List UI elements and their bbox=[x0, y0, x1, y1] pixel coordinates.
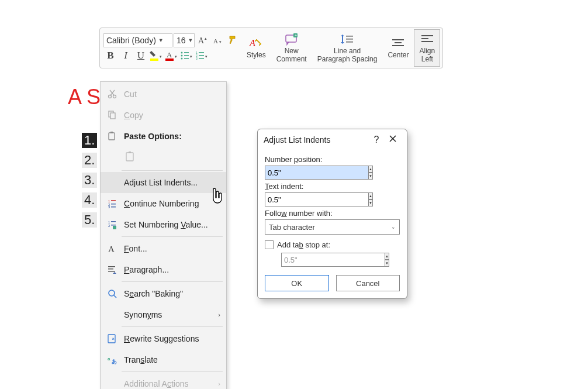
ctx-search[interactable]: Search "Baking" bbox=[101, 283, 226, 304]
ctx-synonyms[interactable]: Synonyms › bbox=[101, 304, 226, 325]
ctx-cut[interactable]: Cut bbox=[101, 84, 226, 105]
numbering-icon[interactable]: 123▾ bbox=[195, 49, 209, 63]
svg-rect-34 bbox=[421, 38, 428, 39]
dialog-help-button[interactable]: ? bbox=[368, 135, 385, 145]
decrease-font-icon[interactable]: A▾ bbox=[211, 33, 225, 47]
rewrite-icon bbox=[104, 332, 120, 346]
ctx-additional-actions[interactable]: Additional Actions › bbox=[101, 373, 226, 389]
list-number[interactable]: 1. bbox=[82, 133, 97, 148]
ctx-rewrite[interactable]: Rewrite Suggestions bbox=[101, 328, 226, 349]
align-left-button[interactable]: Align Left bbox=[414, 29, 440, 67]
align-center-icon bbox=[390, 37, 406, 50]
ok-label: OK bbox=[291, 279, 302, 288]
ctx-set-numbering[interactable]: 12 Set Numbering Value... bbox=[101, 214, 226, 235]
svg-text:あ: あ bbox=[112, 359, 117, 364]
svg-rect-14 bbox=[184, 58, 189, 59]
chevron-down-icon: ⌄ bbox=[391, 224, 396, 230]
svg-text:▾: ▾ bbox=[219, 40, 222, 44]
ctx-search-label: Search "Baking" bbox=[124, 289, 183, 298]
text-indent-spinner[interactable]: ▲ ▼ bbox=[265, 192, 336, 206]
ctx-font[interactable]: A Font... bbox=[101, 238, 226, 259]
ctx-additional-label: Additional Actions bbox=[124, 379, 189, 388]
svg-rect-57 bbox=[108, 268, 113, 270]
svg-rect-7 bbox=[165, 58, 174, 61]
ctx-continue-numbering[interactable]: 123 Continue Numbering bbox=[101, 193, 226, 214]
svg-rect-19 bbox=[199, 55, 204, 56]
new-comment-button[interactable]: + New Comment bbox=[271, 29, 312, 67]
svg-rect-54 bbox=[113, 226, 116, 229]
underline-icon[interactable]: U bbox=[134, 49, 148, 63]
ctx-translate[interactable]: aあ Translate bbox=[101, 349, 226, 370]
cancel-button[interactable]: Cancel bbox=[336, 275, 400, 291]
svg-rect-47 bbox=[111, 204, 116, 205]
styles-label: Styles bbox=[247, 51, 266, 59]
align-left-label1: Align bbox=[419, 47, 435, 55]
svg-rect-33 bbox=[421, 35, 433, 36]
close-icon bbox=[389, 135, 397, 143]
blank-icon bbox=[104, 308, 120, 322]
list-number[interactable]: 4. bbox=[82, 192, 97, 208]
blank-icon bbox=[104, 175, 120, 190]
follow-number-label: Follow number with: bbox=[265, 209, 400, 218]
dialog-titlebar: Adjust List Indents ? bbox=[258, 129, 407, 150]
font-name-select[interactable]: Calibri (Body) ▼ bbox=[103, 33, 172, 47]
svg-point-9 bbox=[181, 52, 183, 54]
mini-toolbar: Calibri (Body) ▼ 16 ▼ A▴ A▾ B I U ▾ bbox=[99, 27, 443, 68]
bullets-icon[interactable]: ▾ bbox=[179, 49, 193, 63]
styles-icon: A bbox=[248, 37, 264, 50]
list-number[interactable]: 5. bbox=[82, 212, 97, 228]
italic-icon[interactable]: I bbox=[119, 49, 133, 63]
spin-up-icon[interactable]: ▲ bbox=[369, 192, 373, 199]
format-painter-icon[interactable] bbox=[226, 33, 240, 47]
spin-down-icon: ▼ bbox=[385, 260, 389, 267]
add-tab-stop-checkbox[interactable]: Add tab stop at: bbox=[265, 240, 400, 249]
svg-rect-40 bbox=[109, 133, 115, 140]
ok-button[interactable]: OK bbox=[265, 275, 329, 291]
ctx-paragraph[interactable]: Paragraph... bbox=[101, 259, 226, 280]
spin-down-icon[interactable]: ▼ bbox=[369, 173, 373, 180]
context-menu: Cut Copy Paste Options: Adjust List Inde… bbox=[100, 81, 227, 389]
text-indent-input[interactable] bbox=[265, 192, 369, 206]
svg-rect-28 bbox=[346, 39, 353, 40]
align-left-icon bbox=[420, 33, 435, 46]
cancel-label: Cancel bbox=[356, 279, 379, 288]
dialog-close-button[interactable] bbox=[385, 135, 401, 145]
adjust-list-indents-dialog: Adjust List Indents ? Number position: ▲… bbox=[257, 129, 407, 299]
spin-up-icon[interactable]: ▲ bbox=[369, 166, 373, 173]
ctx-adjust-indents[interactable]: Adjust List Indents... bbox=[101, 172, 226, 193]
follow-number-select[interactable]: Tab character ⌄ bbox=[265, 219, 400, 235]
svg-point-59 bbox=[109, 290, 115, 296]
font-size-select[interactable]: 16 ▼ bbox=[174, 33, 195, 47]
list-number[interactable]: 2. bbox=[82, 153, 97, 168]
ctx-paragraph-label: Paragraph... bbox=[124, 265, 169, 274]
number-position-spinner[interactable]: ▲ ▼ bbox=[265, 166, 336, 180]
line-spacing-button[interactable]: Line and Paragraph Spacing bbox=[312, 29, 383, 67]
paste-icon bbox=[104, 129, 120, 143]
svg-point-36 bbox=[109, 95, 112, 98]
center-button[interactable]: Center bbox=[382, 29, 414, 67]
list-number[interactable]: 3. bbox=[82, 173, 97, 188]
svg-text:+: + bbox=[295, 33, 297, 37]
svg-rect-31 bbox=[395, 42, 402, 43]
ctx-copy[interactable]: Copy bbox=[101, 105, 226, 126]
center-label: Center bbox=[388, 51, 409, 59]
text-indent-label: Text indent: bbox=[265, 182, 400, 191]
svg-point-13 bbox=[181, 58, 183, 60]
increase-font-icon[interactable]: A▴ bbox=[196, 33, 210, 47]
chevron-right-icon: › bbox=[218, 311, 220, 318]
line-spacing-label2: Paragraph Spacing bbox=[317, 55, 378, 63]
font-color-icon[interactable]: A▾ bbox=[164, 49, 178, 63]
svg-rect-51 bbox=[111, 221, 116, 222]
svg-rect-42 bbox=[126, 153, 133, 161]
styles-button[interactable]: A Styles bbox=[241, 29, 271, 67]
align-left-label2: Left bbox=[421, 55, 433, 63]
ctx-copy-label: Copy bbox=[124, 111, 143, 120]
number-position-input[interactable] bbox=[265, 166, 369, 180]
highlight-icon[interactable]: ▾ bbox=[149, 49, 163, 63]
checkbox-box bbox=[265, 240, 274, 249]
paste-option-keep[interactable] bbox=[122, 148, 139, 166]
bold-icon[interactable]: B bbox=[103, 49, 117, 63]
spin-down-icon[interactable]: ▼ bbox=[369, 199, 373, 206]
font-icon: A bbox=[104, 242, 120, 256]
paragraph-icon bbox=[104, 263, 120, 277]
